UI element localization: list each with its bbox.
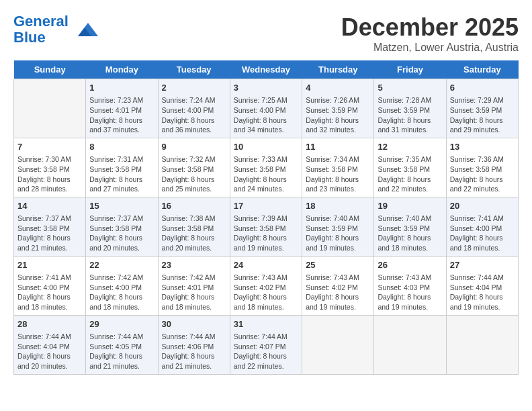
cell-info: Sunrise: 7:41 AMSunset: 4:00 PMDaylight:… (17, 273, 82, 312)
logo: General Blue (13, 13, 98, 46)
day-number: 16 (162, 200, 226, 212)
day-number: 5 (378, 82, 442, 94)
month-title: December 2025 (341, 13, 519, 42)
cell-info: Sunrise: 7:41 AMSunset: 4:00 PMDaylight:… (450, 214, 515, 253)
cell-info: Sunrise: 7:44 AMSunset: 4:05 PMDaylight:… (89, 332, 154, 371)
calendar-cell (302, 315, 374, 374)
calendar-cell: 8 Sunrise: 7:31 AMSunset: 3:58 PMDayligh… (86, 138, 158, 197)
calendar-cell: 11 Sunrise: 7:34 AMSunset: 3:58 PMDaylig… (302, 138, 374, 197)
calendar-cell: 7 Sunrise: 7:30 AMSunset: 3:58 PMDayligh… (14, 138, 86, 197)
day-number: 28 (17, 318, 82, 330)
cell-info: Sunrise: 7:28 AMSunset: 3:59 PMDaylight:… (378, 95, 442, 135)
cell-info: Sunrise: 7:43 AMSunset: 4:03 PMDaylight:… (378, 273, 442, 312)
cell-info: Sunrise: 7:31 AMSunset: 3:58 PMDaylight:… (89, 154, 154, 194)
day-number: 26 (378, 259, 442, 271)
calendar-cell: 4 Sunrise: 7:26 AMSunset: 3:59 PMDayligh… (302, 79, 374, 138)
week-row-5: 28 Sunrise: 7:44 AMSunset: 4:04 PMDaylig… (14, 315, 519, 374)
cell-info: Sunrise: 7:30 AMSunset: 3:58 PMDaylight:… (17, 154, 82, 194)
logo-icon (71, 19, 98, 40)
week-row-1: 1 Sunrise: 7:23 AMSunset: 4:01 PMDayligh… (14, 79, 519, 138)
day-number: 22 (89, 259, 154, 271)
calendar-cell: 9 Sunrise: 7:32 AMSunset: 3:58 PMDayligh… (158, 138, 230, 197)
cell-info: Sunrise: 7:29 AMSunset: 3:59 PMDaylight:… (450, 95, 515, 135)
header-day-saturday: Saturday (446, 60, 518, 79)
calendar-cell: 19 Sunrise: 7:40 AMSunset: 3:59 PMDaylig… (374, 197, 446, 256)
header: General Blue December 2025 Matzen, Lower… (13, 13, 519, 54)
header-day-wednesday: Wednesday (230, 60, 302, 79)
cell-info: Sunrise: 7:34 AMSunset: 3:58 PMDaylight:… (306, 154, 370, 194)
day-number: 13 (450, 141, 515, 153)
calendar-cell: 3 Sunrise: 7:25 AMSunset: 4:00 PMDayligh… (230, 79, 302, 138)
calendar-cell: 31 Sunrise: 7:44 AMSunset: 4:07 PMDaylig… (230, 315, 302, 374)
calendar-cell: 21 Sunrise: 7:41 AMSunset: 4:00 PMDaylig… (14, 256, 86, 315)
day-number: 24 (234, 259, 298, 271)
cell-info: Sunrise: 7:43 AMSunset: 4:02 PMDaylight:… (234, 273, 298, 312)
header-day-friday: Friday (374, 60, 446, 79)
header-day-thursday: Thursday (302, 60, 374, 79)
cell-info: Sunrise: 7:33 AMSunset: 3:58 PMDaylight:… (234, 154, 298, 194)
cell-info: Sunrise: 7:42 AMSunset: 4:00 PMDaylight:… (89, 273, 154, 312)
cell-info: Sunrise: 7:26 AMSunset: 3:59 PMDaylight:… (306, 95, 370, 135)
day-number: 30 (162, 318, 226, 330)
calendar-table: SundayMondayTuesdayWednesdayThursdayFrid… (13, 60, 519, 375)
calendar-cell: 12 Sunrise: 7:35 AMSunset: 3:58 PMDaylig… (374, 138, 446, 197)
calendar-cell: 15 Sunrise: 7:37 AMSunset: 3:58 PMDaylig… (86, 197, 158, 256)
week-row-3: 14 Sunrise: 7:37 AMSunset: 3:58 PMDaylig… (14, 197, 519, 256)
calendar-cell: 20 Sunrise: 7:41 AMSunset: 4:00 PMDaylig… (446, 197, 518, 256)
cell-info: Sunrise: 7:44 AMSunset: 4:04 PMDaylight:… (17, 332, 82, 371)
cell-info: Sunrise: 7:40 AMSunset: 3:59 PMDaylight:… (306, 214, 370, 253)
cell-info: Sunrise: 7:38 AMSunset: 3:58 PMDaylight:… (162, 214, 226, 253)
day-number: 7 (17, 141, 82, 153)
header-day-tuesday: Tuesday (158, 60, 230, 79)
calendar-cell: 10 Sunrise: 7:33 AMSunset: 3:58 PMDaylig… (230, 138, 302, 197)
calendar-cell (446, 315, 518, 374)
calendar-cell: 6 Sunrise: 7:29 AMSunset: 3:59 PMDayligh… (446, 79, 518, 138)
cell-info: Sunrise: 7:35 AMSunset: 3:58 PMDaylight:… (378, 154, 442, 194)
calendar-cell: 23 Sunrise: 7:42 AMSunset: 4:01 PMDaylig… (158, 256, 230, 315)
cell-info: Sunrise: 7:43 AMSunset: 4:02 PMDaylight:… (306, 273, 370, 312)
cell-info: Sunrise: 7:37 AMSunset: 3:58 PMDaylight:… (89, 214, 154, 253)
day-number: 15 (89, 200, 154, 212)
cell-info: Sunrise: 7:44 AMSunset: 4:04 PMDaylight:… (450, 273, 515, 312)
day-number: 20 (450, 200, 515, 212)
cell-info: Sunrise: 7:40 AMSunset: 3:59 PMDaylight:… (378, 214, 442, 253)
calendar-cell: 17 Sunrise: 7:39 AMSunset: 3:58 PMDaylig… (230, 197, 302, 256)
calendar-cell: 25 Sunrise: 7:43 AMSunset: 4:02 PMDaylig… (302, 256, 374, 315)
calendar-cell: 13 Sunrise: 7:36 AMSunset: 3:58 PMDaylig… (446, 138, 518, 197)
day-number: 3 (234, 82, 298, 94)
day-number: 27 (450, 259, 515, 271)
calendar-cell: 22 Sunrise: 7:42 AMSunset: 4:00 PMDaylig… (86, 256, 158, 315)
week-row-2: 7 Sunrise: 7:30 AMSunset: 3:58 PMDayligh… (14, 138, 519, 197)
calendar-cell: 30 Sunrise: 7:44 AMSunset: 4:06 PMDaylig… (158, 315, 230, 374)
calendar-cell: 28 Sunrise: 7:44 AMSunset: 4:04 PMDaylig… (14, 315, 86, 374)
day-number: 2 (162, 82, 226, 94)
cell-info: Sunrise: 7:23 AMSunset: 4:01 PMDaylight:… (89, 95, 154, 135)
day-number: 10 (234, 141, 298, 153)
calendar-cell: 29 Sunrise: 7:44 AMSunset: 4:05 PMDaylig… (86, 315, 158, 374)
day-number: 1 (89, 82, 154, 94)
cell-info: Sunrise: 7:32 AMSunset: 3:58 PMDaylight:… (162, 154, 226, 194)
day-number: 6 (450, 82, 515, 94)
day-number: 18 (306, 200, 370, 212)
day-number: 11 (306, 141, 370, 153)
day-number: 23 (162, 259, 226, 271)
day-number: 14 (17, 200, 82, 212)
cell-info: Sunrise: 7:44 AMSunset: 4:07 PMDaylight:… (234, 332, 298, 371)
header-day-monday: Monday (86, 60, 158, 79)
week-row-4: 21 Sunrise: 7:41 AMSunset: 4:00 PMDaylig… (14, 256, 519, 315)
cell-info: Sunrise: 7:39 AMSunset: 3:58 PMDaylight:… (234, 214, 298, 253)
calendar-cell: 24 Sunrise: 7:43 AMSunset: 4:02 PMDaylig… (230, 256, 302, 315)
header-row: SundayMondayTuesdayWednesdayThursdayFrid… (14, 60, 519, 79)
day-number: 12 (378, 141, 442, 153)
cell-info: Sunrise: 7:25 AMSunset: 4:00 PMDaylight:… (234, 95, 298, 135)
calendar-cell: 14 Sunrise: 7:37 AMSunset: 3:58 PMDaylig… (14, 197, 86, 256)
calendar-cell: 5 Sunrise: 7:28 AMSunset: 3:59 PMDayligh… (374, 79, 446, 138)
day-number: 29 (89, 318, 154, 330)
day-number: 4 (306, 82, 370, 94)
day-number: 21 (17, 259, 82, 271)
cell-info: Sunrise: 7:44 AMSunset: 4:06 PMDaylight:… (162, 332, 226, 371)
cell-info: Sunrise: 7:37 AMSunset: 3:58 PMDaylight:… (17, 214, 82, 253)
title-area: December 2025 Matzen, Lower Austria, Aus… (341, 13, 519, 54)
calendar-cell: 18 Sunrise: 7:40 AMSunset: 3:59 PMDaylig… (302, 197, 374, 256)
cell-info: Sunrise: 7:36 AMSunset: 3:58 PMDaylight:… (450, 154, 515, 194)
